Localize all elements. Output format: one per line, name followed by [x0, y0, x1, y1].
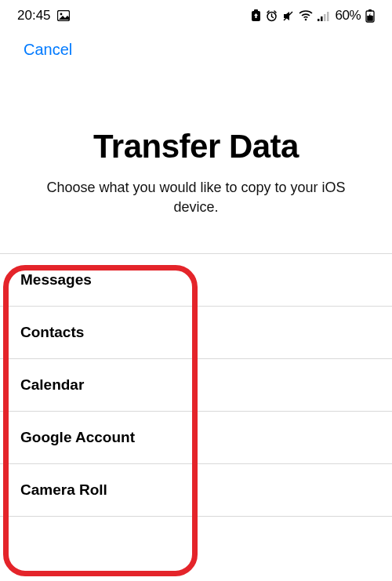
svg-point-6	[305, 19, 307, 21]
svg-rect-8	[321, 16, 323, 21]
alarm-icon	[266, 10, 278, 22]
status-bar: 20:45 60%	[0, 0, 392, 27]
battery-charging-icon	[365, 9, 375, 23]
svg-point-1	[60, 13, 62, 16]
list-item-contacts[interactable]: Contacts	[0, 307, 392, 359]
svg-rect-3	[254, 9, 258, 12]
svg-rect-12	[368, 9, 372, 12]
signal-icon	[318, 11, 330, 21]
svg-rect-10	[327, 12, 329, 21]
list-item-camera-roll[interactable]: Camera Roll	[0, 464, 392, 517]
svg-rect-7	[318, 19, 320, 21]
list-item-calendar[interactable]: Calendar	[0, 359, 392, 412]
page-title: Transfer Data	[0, 128, 392, 165]
update-icon	[251, 9, 261, 22]
list-item-google-account[interactable]: Google Account	[0, 412, 392, 464]
main-content: Transfer Data Choose what you would like…	[0, 67, 392, 517]
svg-rect-9	[324, 14, 326, 21]
status-time: 20:45	[17, 8, 51, 24]
cancel-button[interactable]: Cancel	[24, 41, 72, 59]
wifi-icon	[299, 10, 313, 21]
picture-icon	[57, 10, 70, 21]
status-right: 60%	[251, 8, 375, 24]
status-left: 20:45	[17, 8, 70, 24]
data-type-list: Messages Contacts Calendar Google Accoun…	[0, 253, 392, 517]
list-item-messages[interactable]: Messages	[0, 254, 392, 307]
mute-icon	[282, 10, 294, 22]
battery-text: 60%	[335, 8, 361, 24]
nav-bar: Cancel	[0, 27, 392, 67]
page-subtitle: Choose what you would like to copy to yo…	[0, 178, 392, 217]
